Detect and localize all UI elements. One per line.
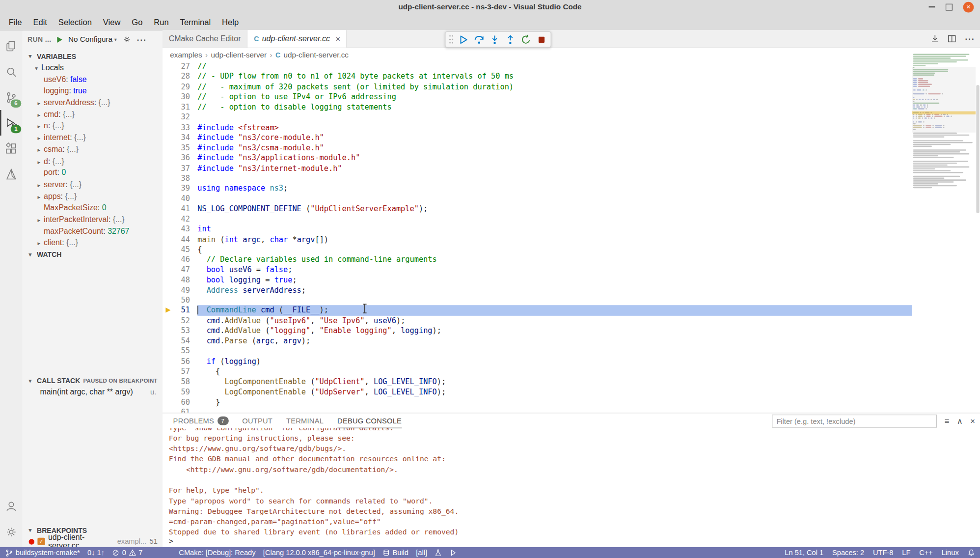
code-line-37[interactable]: 37#include "ns3/internet-module.h" — [163, 163, 980, 173]
code-line-61[interactable]: 61 — [163, 407, 980, 413]
line-number[interactable]: 27 — [163, 61, 197, 72]
line-number[interactable]: 61 — [163, 407, 197, 413]
code-line-48[interactable]: 48 bool logging = true; — [163, 275, 980, 285]
os-status[interactable]: Linux — [942, 549, 959, 557]
menu-edit[interactable]: Edit — [27, 17, 53, 27]
variable-n[interactable]: ▸n: {...} — [23, 120, 163, 132]
line-number[interactable]: 31 — [163, 102, 197, 112]
maximize-icon[interactable] — [946, 3, 953, 10]
code-line-32[interactable]: 32 — [163, 112, 980, 122]
line-number[interactable]: 30 — [163, 92, 197, 102]
code-line-28[interactable]: 28// - UDP flow from n0 to n1 of 1024 by… — [163, 71, 980, 82]
code-line-40[interactable]: 40 — [163, 194, 980, 204]
console-options-icon[interactable]: ≡ — [945, 417, 950, 426]
line-number[interactable]: 28 — [163, 71, 197, 82]
variable-internet[interactable]: ▸internet: {...} — [23, 132, 163, 144]
line-number[interactable]: 46 — [163, 254, 197, 265]
code-line-44[interactable]: 44main (int argc, char *argv[]) — [163, 234, 980, 245]
editor-scrollbar[interactable] — [976, 54, 980, 411]
run-and-debug-icon[interactable]: 1 — [0, 110, 23, 136]
variable-logging[interactable]: logging: true — [23, 85, 163, 97]
variable-maxPacketCount[interactable]: maxPacketCount: 32767 — [23, 225, 163, 237]
breakpoint-item[interactable]: ✓ udp-client-server.cc exampl... 51 — [23, 536, 163, 547]
code-line-33[interactable]: 33#include <fstream> — [163, 122, 980, 133]
line-number[interactable]: 36 — [163, 153, 197, 163]
extensions-icon[interactable] — [0, 136, 23, 161]
debug-gear-icon[interactable] — [122, 35, 131, 44]
tab-output[interactable]: OUTPUT — [242, 413, 272, 428]
code-line-27[interactable]: 27// — [163, 61, 980, 72]
line-number[interactable]: 42 — [163, 214, 197, 224]
variable-useV6[interactable]: useV6: false — [23, 74, 163, 85]
more-editor-actions-icon[interactable]: ··· — [965, 34, 975, 43]
code-line-55[interactable]: 55 — [163, 346, 980, 357]
tab-problems[interactable]: PROBLEMS 7 — [173, 413, 229, 428]
line-number[interactable]: 50 — [163, 295, 197, 306]
code-line-42[interactable]: 42 — [163, 214, 980, 224]
code-line-58[interactable]: 58 LogComponentEnable ("UdpClient", LOG_… — [163, 377, 980, 387]
code-line-50[interactable]: 50 — [163, 295, 980, 306]
minimap-slider[interactable] — [912, 67, 976, 133]
encoding-status[interactable]: UTF-8 — [873, 549, 893, 557]
line-number[interactable]: 57 — [163, 366, 197, 377]
problems-status[interactable]: 0 7 — [112, 549, 142, 557]
line-number[interactable]: 58 — [163, 377, 197, 387]
tab-udp-client-server[interactable]: C udp-client-server.cc × — [248, 30, 348, 48]
breakpoint-checkbox[interactable]: ✓ — [37, 538, 45, 545]
line-number[interactable]: 39 — [163, 183, 197, 194]
line-number[interactable]: 60 — [163, 397, 197, 407]
line-number[interactable]: 55 — [163, 346, 197, 357]
more-actions-icon[interactable]: ··· — [137, 35, 147, 44]
code-line-51[interactable]: 51 CommandLine cmd (__FILE__); — [163, 306, 980, 316]
menu-go[interactable]: Go — [126, 17, 148, 27]
code-line-36[interactable]: 36#include "ns3/applications-module.h" — [163, 153, 980, 163]
code-line-30[interactable]: 30// - option to use IPv4 or IPv6 addres… — [163, 92, 980, 102]
line-number[interactable]: 35 — [163, 142, 197, 153]
cmake-status[interactable]: CMake: [Debug]: Ready — [179, 549, 255, 557]
cmake-kit-status[interactable]: [Clang 12.0.0 x86_64-pc-linux-gnu] — [263, 549, 375, 557]
breadcrumb-folder[interactable]: udp-client-server — [211, 51, 267, 59]
code-line-57[interactable]: 57 { — [163, 366, 980, 377]
minimap[interactable] — [912, 54, 976, 411]
code-line-45[interactable]: 45{ — [163, 244, 980, 254]
variables-scope-locals[interactable]: ▾Locals — [23, 62, 163, 74]
account-icon[interactable] — [0, 493, 23, 519]
cursor-position-status[interactable]: Ln 51, Col 1 — [785, 549, 823, 557]
stop-icon[interactable] — [535, 33, 547, 45]
variable-port[interactable]: port: 0 — [23, 167, 163, 179]
step-over-icon[interactable] — [472, 33, 485, 45]
line-number[interactable]: 34 — [163, 133, 197, 143]
debug-config-dropdown[interactable]: No Configura ▾ — [68, 35, 117, 44]
variable-d[interactable]: ▸d: {...} — [23, 155, 163, 167]
split-editor-icon[interactable] — [947, 34, 957, 44]
call-stack-section-header[interactable]: ▾ CALL STACK PAUSED ON BREAKPOINT — [23, 375, 163, 387]
line-number[interactable]: 38 — [163, 173, 197, 184]
variable-interPacketInterval[interactable]: ▸interPacketInterval: {...} — [23, 214, 163, 225]
drag-handle-icon[interactable] — [449, 34, 454, 44]
code-line-59[interactable]: 59 LogComponentEnable ("UdpServer", LOG_… — [163, 387, 980, 397]
sync-status[interactable]: 0↓ 1↑ — [87, 549, 105, 557]
build-button[interactable]: Build — [382, 549, 408, 557]
variable-client[interactable]: ▸client: {...} — [23, 237, 163, 249]
tab-terminal[interactable]: TERMINAL — [286, 413, 324, 428]
source-control-icon[interactable]: 6 — [0, 84, 23, 110]
line-number[interactable]: 47 — [163, 265, 197, 275]
line-number[interactable]: 52 — [163, 315, 197, 326]
menu-selection[interactable]: Selection — [53, 17, 97, 27]
scrollbar-thumb[interactable] — [976, 85, 979, 213]
maximize-panel-icon[interactable]: ∧ — [957, 417, 963, 426]
test-flask-icon[interactable] — [435, 549, 442, 557]
variables-section-header[interactable]: ▾ VARIABLES — [23, 51, 163, 62]
variable-cmd[interactable]: ▸cmd: {...} — [23, 109, 163, 120]
code-line-38[interactable]: 38 — [163, 173, 980, 184]
menu-help[interactable]: Help — [217, 17, 245, 27]
code-line-47[interactable]: 47 bool useV6 = false; — [163, 265, 980, 275]
debug-console-output[interactable]: Type "show configuration" for configurat… — [163, 428, 980, 539]
indentation-status[interactable]: Spaces: 2 — [832, 549, 864, 557]
line-number[interactable]: 40 — [163, 194, 197, 204]
launch-play-icon[interactable] — [450, 549, 457, 557]
tab-cmake-cache-editor[interactable]: CMake Cache Editor — [163, 30, 248, 48]
tab-debug-console[interactable]: DEBUG CONSOLE — [337, 413, 402, 428]
line-number[interactable]: 44 — [163, 234, 197, 245]
code-line-52[interactable]: 52 cmd.AddValue ("useIpv6", "Use Ipv6", … — [163, 315, 980, 326]
